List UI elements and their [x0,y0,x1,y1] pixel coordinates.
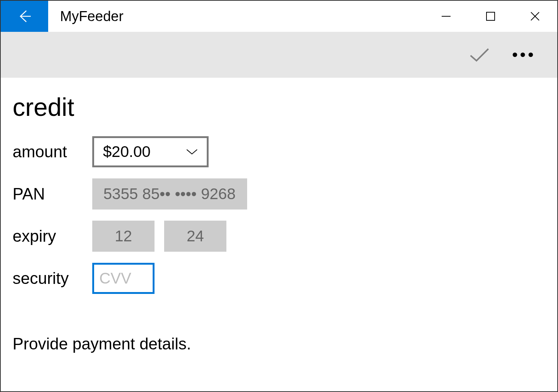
titlebar: MyFeeder [1,1,557,32]
security-row: security [13,263,545,294]
more-button[interactable]: ••• [502,36,546,73]
expiry-month: 12 [92,221,155,252]
content-area: credit amount $20.00 PAN 5355 85•• •••• … [1,78,557,368]
pan-row: PAN 5355 85•• •••• 9268 [13,178,545,210]
chevron-down-icon [186,148,198,155]
expiry-group: 12 24 [92,221,226,252]
minimize-button[interactable] [424,1,468,32]
maximize-button[interactable] [468,1,513,32]
cvv-input[interactable] [92,263,155,294]
pan-value: 5355 85•• •••• 9268 [92,178,247,210]
back-button[interactable] [1,1,48,32]
window-controls [424,1,557,32]
amount-row: amount $20.00 [13,136,545,167]
amount-dropdown[interactable]: $20.00 [92,136,209,167]
more-icon: ••• [512,51,536,59]
security-label: security [13,269,92,288]
command-bar: ••• [1,32,557,78]
app-title: MyFeeder [60,9,424,24]
expiry-year: 24 [164,221,226,252]
maximize-icon [485,11,496,22]
page-heading: credit [13,93,545,121]
back-arrow-icon [17,9,32,24]
checkmark-icon [468,46,491,64]
minimize-icon [441,11,452,22]
accept-button[interactable] [457,36,502,73]
close-icon [529,11,541,22]
close-button[interactable] [513,1,557,32]
helper-text: Provide payment details. [13,335,545,353]
expiry-row: expiry 12 24 [13,221,545,252]
amount-value: $20.00 [103,143,150,161]
expiry-label: expiry [13,227,92,245]
amount-label: amount [13,143,92,161]
pan-label: PAN [13,185,92,203]
svg-rect-1 [486,12,495,20]
